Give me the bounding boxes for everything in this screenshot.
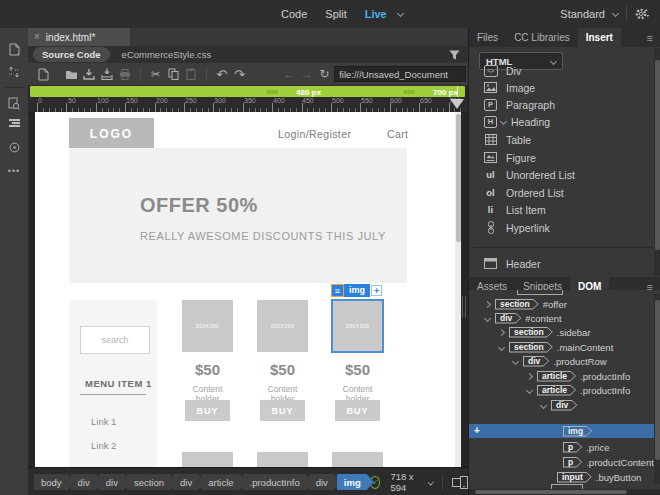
print-icon[interactable] (117, 66, 133, 82)
insert-item-ordered-list[interactable]: ol Ordered List (469, 184, 649, 201)
heading-dropdown-icon[interactable] (500, 118, 507, 125)
buy-button[interactable]: BUY (335, 400, 380, 421)
product-image-selected[interactable]: 200X200 (332, 300, 383, 352)
expand-icon[interactable] (498, 329, 505, 336)
size-dropdown-icon[interactable] (428, 479, 434, 485)
get-put-files-icon[interactable] (0, 63, 28, 81)
undo-icon[interactable]: ↶ (214, 66, 230, 82)
live-code-icon[interactable] (0, 94, 28, 112)
tag-crumb[interactable]: .productInfo (243, 474, 313, 490)
collapse-icon[interactable] (484, 315, 491, 322)
insert-element-icon[interactable]: + (474, 425, 480, 436)
tag-crumb[interactable]: body (34, 474, 75, 490)
tag-crumb[interactable]: div (99, 474, 131, 490)
panel-splitter-grip[interactable] (462, 296, 467, 318)
tag-crumb[interactable]: div (173, 474, 205, 490)
workspace-dropdown-icon[interactable] (612, 10, 619, 17)
tab-cc-libraries[interactable]: CC Libraries (506, 28, 578, 47)
product-image[interactable] (257, 452, 308, 467)
site-logo[interactable]: LOGO (69, 118, 154, 149)
insert-item-list-item[interactable]: li List Item (469, 201, 649, 218)
panel-menu-icon[interactable]: ≡ (639, 28, 660, 47)
insert-item-table[interactable]: Table (469, 131, 649, 148)
workspace-switcher[interactable]: Standard (560, 8, 605, 20)
product-image[interactable]: 200X200 (257, 300, 308, 352)
dom-row-selected[interactable]: + img (469, 424, 660, 438)
dom-row[interactable]: section .sidebar (469, 325, 660, 339)
tag-crumb[interactable]: div (71, 474, 103, 490)
filter-icon[interactable] (449, 50, 460, 60)
paste-icon[interactable] (183, 66, 199, 82)
live-dropdown-icon[interactable] (397, 10, 404, 17)
sync-settings-icon[interactable] (635, 7, 650, 21)
product-image[interactable] (182, 452, 233, 467)
insert-item-image[interactable]: Image (469, 79, 649, 96)
sidebar-link-1[interactable]: Link 1 (91, 416, 116, 427)
address-bar[interactable] (334, 66, 466, 82)
media-query-bar[interactable]: ‹‹‹‹‹‹ 480 px ‹‹‹‹‹‹ 700 px (30, 86, 465, 97)
cut-icon[interactable]: ✂ (148, 66, 164, 82)
insert-item-hyperlink[interactable]: Hyperlink (469, 219, 649, 236)
buy-button[interactable]: BUY (185, 400, 230, 421)
search-input[interactable] (80, 326, 150, 354)
collapse-icon[interactable] (498, 344, 505, 351)
dom-row[interactable]: article .productInfo (469, 383, 660, 397)
dom-horizontal-scrollbar[interactable] (469, 489, 660, 495)
collapse-icon[interactable] (512, 358, 519, 365)
tab-files[interactable]: Files (469, 28, 506, 47)
view-mode-split[interactable]: Split (316, 8, 355, 20)
canvas-scrollbar-thumb[interactable] (456, 114, 461, 242)
format-source-icon[interactable] (0, 115, 28, 133)
redo-icon[interactable]: ↷ (232, 66, 248, 82)
open-file-icon[interactable] (64, 66, 80, 82)
dom-row[interactable]: div (469, 398, 660, 412)
device-preview-icon[interactable] (452, 476, 468, 489)
expand-icon[interactable] (526, 373, 533, 380)
more-options-icon[interactable]: ••• (0, 162, 28, 180)
save-icon[interactable] (81, 66, 97, 82)
insert-scrollbar[interactable] (654, 48, 660, 276)
collapse-icon[interactable] (540, 402, 547, 409)
nav-cart[interactable]: Cart (387, 128, 408, 140)
tag-crumb[interactable]: div (309, 474, 341, 490)
tag-crumb[interactable]: article (201, 474, 246, 490)
buy-button[interactable]: BUY (260, 400, 305, 421)
tag-crumb[interactable]: section (127, 474, 177, 490)
sidebar-link-2[interactable]: Link 2 (91, 440, 116, 451)
tab-insert[interactable]: Insert (578, 28, 621, 47)
tag-crumb-selected[interactable]: img (337, 474, 374, 490)
document-tab[interactable]: × index.html* (28, 28, 130, 46)
save-all-icon[interactable] (99, 66, 115, 82)
insert-item-figure[interactable]: Figure (469, 149, 649, 166)
new-file-icon[interactable] (36, 66, 52, 82)
dom-row[interactable]: section #offer (469, 297, 660, 311)
close-tab-icon[interactable]: × (34, 32, 40, 42)
dom-row[interactable]: div .productRow (469, 354, 660, 368)
copy-icon[interactable] (165, 66, 181, 82)
file-management-icon[interactable] (0, 40, 28, 58)
back-icon[interactable]: ← (281, 66, 297, 82)
forward-icon[interactable]: → (299, 66, 315, 82)
product-image[interactable] (332, 452, 383, 467)
dom-row[interactable]: article .productInfo (469, 369, 660, 383)
dom-scrollbar-thumb[interactable] (655, 300, 660, 460)
insert-item-header[interactable]: Header (469, 255, 649, 272)
media-query-scrubber[interactable] (450, 99, 464, 109)
insert-scrollbar-thumb[interactable] (655, 60, 660, 250)
collapse-icon[interactable] (526, 387, 533, 394)
add-class-id-button[interactable]: + (371, 285, 382, 296)
related-file-css[interactable]: eCommerceStyle.css (122, 49, 212, 60)
dom-row[interactable]: input .buyButton (469, 470, 660, 484)
dom-horizontal-scrollbar-thumb[interactable] (475, 490, 627, 494)
nav-login-register[interactable]: Login/Register (278, 128, 351, 140)
element-display-tag[interactable]: img (344, 284, 370, 297)
dom-row[interactable]: p .price (469, 440, 660, 454)
dom-row[interactable]: p .productContent (469, 455, 660, 469)
refresh-icon[interactable]: ↻ (316, 66, 332, 82)
dom-scrollbar[interactable] (654, 294, 660, 484)
quick-inspector-icon[interactable]: ≡ (331, 284, 344, 297)
expand-icon[interactable] (484, 301, 491, 308)
insert-item-heading[interactable]: H Heading (469, 113, 649, 130)
view-mode-code[interactable]: Code (272, 8, 316, 20)
insert-item-div[interactable]: <> Div (469, 62, 649, 79)
